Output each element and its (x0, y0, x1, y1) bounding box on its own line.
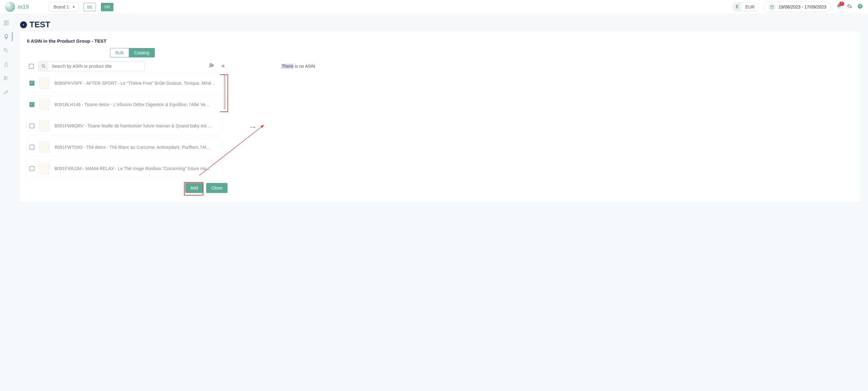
catalog-item[interactable]: B08SPKVSPF - AFTER SPORT - Le "Théine Fr… (27, 74, 222, 92)
currency-selector[interactable]: € EUR (732, 2, 758, 11)
tab-bulk[interactable]: Bulk (110, 48, 129, 57)
item-thumbnail (39, 142, 50, 153)
caret-down-icon: ▼ (72, 5, 75, 9)
logo: m19 (5, 2, 29, 12)
item-title: B091BLH146 - Tisane detox - L'Infusion D… (55, 102, 219, 107)
settings-button[interactable] (847, 3, 852, 11)
main-content: TEST 0 ASIN in the Product Group - TEST … (12, 14, 868, 207)
edit-icon[interactable] (2, 88, 10, 96)
item-checkbox[interactable] (29, 145, 34, 150)
search-box (38, 61, 145, 71)
catalog-list: B08SPKVSPF - AFTER SPORT - Le "Théine Fr… (27, 74, 227, 181)
search-icon (38, 61, 49, 71)
item-title: B091FW6QRV - Tisane feuille de framboisi… (55, 123, 219, 128)
download-icon[interactable] (221, 63, 226, 69)
item-thumbnail (39, 78, 50, 89)
item-thumbnail (39, 120, 50, 132)
asin-target-panel: There is no ASIN (278, 61, 854, 193)
tab-catalog[interactable]: Catalog (129, 48, 154, 57)
brand-label: Brand 1 (54, 4, 69, 9)
svg-rect-0 (771, 6, 774, 8)
item-title: B091FXRJJM - MAMA RELAX - Le Thé rouge R… (55, 166, 219, 171)
date-range-label: 19/08/2023 - 17/09/2023 (778, 4, 826, 9)
svg-rect-6 (4, 21, 6, 23)
item-thumbnail (39, 99, 50, 110)
toolbar-icons (209, 63, 226, 69)
catalog-item[interactable]: B091BLH146 - Tisane detox - L'Infusion D… (27, 96, 222, 113)
item-title: B091FWTD83 - Thé detox - Thé Blanc au Cu… (55, 145, 219, 150)
notifications-button[interactable]: 7 (836, 3, 842, 11)
button-row: Add Close (27, 183, 227, 193)
card-title: 0 ASIN in the Product Group - TEST (27, 38, 854, 44)
svg-line-16 (44, 67, 45, 68)
tab-row: Bulk Catalog (110, 48, 854, 57)
svg-point-15 (42, 65, 44, 67)
lang-fr-button[interactable]: FR (101, 3, 113, 11)
content-row: B08SPKVSPF - AFTER SPORT - Le "Théine Fr… (27, 61, 854, 193)
currency-symbol: € (733, 3, 742, 11)
tag-icon[interactable] (2, 47, 10, 54)
no-asin-highlight: There (281, 64, 293, 69)
brand-selector[interactable]: Brand 1 ▼ (49, 2, 79, 11)
date-range-selector[interactable]: 19/08/2023 - 17/09/2023 (764, 2, 831, 12)
page-header: TEST (20, 20, 861, 29)
item-title: B08SPKVSPF - AFTER SPORT - Le "Théine Fr… (55, 81, 219, 86)
calendar-icon (768, 3, 776, 11)
catalog-panel: B08SPKVSPF - AFTER SPORT - Le "Théine Fr… (27, 61, 227, 193)
product-group-card: 0 ASIN in the Product Group - TEST Bulk … (20, 31, 861, 202)
svg-point-17 (210, 64, 212, 65)
svg-rect-9 (4, 24, 6, 25)
top-bar: m19 Brand 1 ▼ BE FR € EUR 19/08/2023 - 1… (0, 0, 868, 14)
select-all-checkbox[interactable] (29, 64, 34, 69)
item-checkbox[interactable] (29, 166, 34, 171)
catalog-item[interactable]: B091FWTD83 - Thé detox - Thé Blanc au Cu… (27, 138, 222, 156)
help-button[interactable]: ? (857, 3, 863, 11)
upload-icon[interactable] (209, 63, 214, 69)
page-title: TEST (29, 20, 50, 29)
catalog-item[interactable]: B091FXRJJM - MAMA RELAX - Le Thé rouge R… (27, 160, 222, 177)
scrollbar[interactable] (222, 74, 227, 181)
add-button[interactable]: Add (185, 183, 203, 193)
no-asin-rest: is no ASIN (293, 64, 315, 69)
back-button[interactable] (20, 21, 27, 28)
search-input[interactable] (49, 61, 145, 71)
search-row (27, 61, 227, 71)
catalog-item[interactable]: B091FW6QRV - Tisane feuille de framboisi… (27, 117, 222, 135)
scissors-icon[interactable] (2, 74, 10, 82)
lang-be-button[interactable]: BE (84, 3, 96, 11)
svg-point-10 (5, 49, 5, 50)
svg-rect-7 (7, 21, 8, 22)
sidebar (0, 14, 12, 207)
logo-orb (5, 2, 15, 12)
close-button[interactable]: Close (206, 183, 227, 193)
item-thumbnail (39, 163, 50, 174)
svg-rect-8 (7, 23, 8, 25)
logo-text: m19 (18, 4, 29, 10)
flask-icon[interactable] (2, 61, 10, 68)
item-checkbox[interactable] (29, 81, 34, 86)
notification-badge: 7 (839, 2, 844, 6)
bulb-icon[interactable] (2, 33, 10, 40)
item-checkbox[interactable] (29, 102, 34, 107)
item-checkbox[interactable] (29, 123, 34, 128)
no-asin-text: There is no ASIN (281, 64, 850, 69)
svg-text:?: ? (859, 4, 861, 8)
transfer-arrow-icon: → (234, 122, 271, 132)
dashboard-icon[interactable] (2, 19, 10, 27)
currency-code: EUR (742, 3, 758, 11)
